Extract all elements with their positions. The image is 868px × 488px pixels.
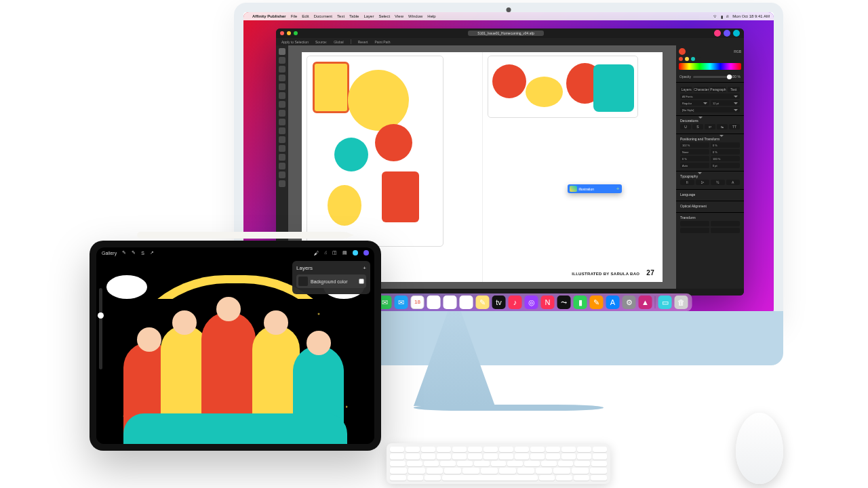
picture-frame-tool-icon[interactable] [279, 119, 285, 125]
menu-layer[interactable]: Layer [363, 14, 374, 18]
document-title[interactable]: S101_Issue01_Homecoming_v04.afp [468, 30, 543, 36]
caps-button[interactable]: TT [729, 124, 740, 129]
dock-news-icon[interactable]: N [541, 296, 555, 309]
fullscreen-icon[interactable] [294, 31, 298, 35]
decorations-section[interactable]: Decorations U S x² x₂ TT [676, 115, 744, 134]
pt-field-baseline[interactable]: None [680, 149, 709, 155]
view-tool-icon[interactable] [279, 180, 285, 187]
layer-visible-checkbox[interactable] [359, 279, 364, 284]
swatch-3[interactable] [691, 57, 695, 61]
active-color-swatch[interactable] [679, 48, 686, 55]
revert-button[interactable]: Revert [358, 40, 368, 44]
dock-trash-icon[interactable]: 🗑︎ [675, 296, 688, 309]
color-mode-label[interactable]: RGB [734, 49, 741, 54]
font-size-field[interactable]: 12 pt [711, 100, 740, 106]
dock-tv-icon[interactable]: tv [492, 296, 506, 309]
menu-view[interactable]: View [395, 14, 403, 18]
dock-contacts-icon[interactable]: ☍ [443, 296, 457, 309]
color-b-icon[interactable] [363, 250, 369, 256]
wifi-icon[interactable]: ᯤ [713, 14, 717, 18]
dock-sidecar-icon[interactable]: ▭ [658, 296, 672, 309]
artistic-text-tool-icon[interactable] [279, 75, 285, 81]
vector-crop-tool-icon[interactable] [279, 136, 285, 143]
dock-appstore-icon[interactable]: A [606, 296, 620, 309]
add-layer-button[interactable]: + [363, 265, 366, 271]
dock-podcasts-icon[interactable]: ◎ [525, 296, 538, 309]
position-transform-section[interactable]: Positioning and Transform 102 % 0 % None… [676, 134, 744, 171]
dock-numbers-icon[interactable]: ▮ [574, 296, 587, 309]
language-section[interactable]: Language [676, 189, 744, 201]
dock-notes-icon[interactable]: ✎ [476, 296, 490, 309]
color-a-icon[interactable] [353, 250, 358, 256]
superscript-button[interactable]: x² [705, 124, 715, 129]
zoom-tool-icon[interactable] [279, 171, 285, 178]
opacity-value[interactable]: 100 % [731, 75, 741, 79]
brush-icon[interactable]: 🖌︎ [314, 251, 319, 256]
ordinals-button[interactable]: 1ª [696, 180, 710, 185]
gallery-button[interactable]: Gallery [102, 251, 117, 256]
ligatures-button[interactable]: fi [680, 180, 694, 185]
transform-w[interactable] [680, 228, 709, 233]
font-style-select[interactable]: Regular [680, 100, 709, 106]
transform-panel[interactable]: Transform [676, 212, 744, 289]
apply-to-selection-toggle[interactable]: Apply to Selection [281, 40, 309, 44]
universal-control-drag-item[interactable]: illustration + [568, 184, 622, 193]
strikethrough-button[interactable]: S [692, 124, 703, 129]
ellipse-tool-icon[interactable] [279, 110, 285, 117]
move-tool-icon[interactable] [279, 48, 285, 55]
optical-alignment-section[interactable]: Optical Alignment [676, 201, 744, 212]
transparency-tool-icon[interactable] [279, 154, 285, 161]
menu-window[interactable]: Window [408, 14, 422, 18]
photo-persona-icon[interactable] [733, 30, 740, 37]
selection-icon[interactable]: S [141, 251, 144, 256]
color-spectrum[interactable] [679, 63, 741, 70]
brush-size-slider[interactable] [99, 288, 102, 369]
pt-field-kern[interactable]: Auto [680, 163, 709, 168]
dock-reminders-icon[interactable]: ≣ [460, 296, 473, 309]
menu-file[interactable]: File [291, 14, 298, 18]
dock-calendar-icon[interactable]: 18 [411, 296, 425, 309]
place-image-tool-icon[interactable] [279, 127, 285, 134]
table-tool-icon[interactable] [279, 83, 285, 90]
control-center-icon[interactable]: ⎚ [726, 14, 729, 18]
rectangle-tool-icon[interactable] [279, 101, 285, 108]
transform-icon[interactable]: ↗︎ [150, 250, 154, 256]
tab-text[interactable]: Text [728, 87, 740, 92]
menu-text[interactable]: Text [337, 14, 344, 18]
dock-pages-icon[interactable]: ✎ [590, 296, 604, 309]
tab-paragraph[interactable]: Paragraph [710, 87, 726, 92]
menubar-app-name[interactable]: Affinity Publisher [252, 14, 286, 18]
dock-stocks-icon[interactable]: ⤳ [557, 296, 571, 309]
node-tool-icon[interactable] [279, 57, 285, 64]
pt-field-scale[interactable]: 100 % [711, 156, 740, 161]
pt-field-baseline-shift[interactable]: 0 pt [711, 163, 740, 168]
menu-select[interactable]: Select [378, 14, 390, 18]
dock-music-icon[interactable]: ♪ [509, 296, 522, 309]
fill-tool-icon[interactable] [279, 145, 285, 152]
pt-field-y[interactable]: 0 % [711, 142, 740, 148]
smudge-icon[interactable]: ☝︎ [324, 250, 327, 256]
font-family-select[interactable]: All Fonts [680, 94, 740, 99]
transform-x[interactable] [680, 221, 709, 226]
swatch-1[interactable] [679, 57, 683, 61]
pt-field-x[interactable]: 102 % [680, 142, 709, 148]
menu-table[interactable]: Table [349, 14, 359, 18]
layer-row[interactable]: Background color [296, 274, 366, 288]
layers-icon[interactable]: ▤ [342, 250, 347, 256]
pen-tool-icon[interactable] [279, 92, 285, 99]
dock-affinity-icon[interactable]: ▲ [639, 296, 652, 309]
swatch-2[interactable] [685, 57, 689, 61]
underline-button[interactable]: U [680, 124, 691, 129]
close-icon[interactable] [280, 31, 284, 35]
designer-persona-icon[interactable] [724, 30, 730, 37]
actions-icon[interactable]: ✎ [122, 250, 126, 256]
pt-field-tracking[interactable]: 0 % [711, 149, 740, 155]
stylistic-button[interactable]: A [726, 180, 741, 185]
publisher-persona-icon[interactable] [714, 30, 721, 37]
minimize-icon[interactable] [287, 31, 291, 35]
page-right[interactable]: illustration + ILLUSTRATED BY SARULA BAO… [483, 52, 663, 282]
typography-section[interactable]: Typography fi 1ª ½ A [676, 171, 744, 189]
paint-path-button[interactable]: Paint Path [374, 40, 390, 44]
frame-text-tool-icon[interactable] [279, 66, 285, 73]
color-picker-tool-icon[interactable] [279, 163, 285, 169]
